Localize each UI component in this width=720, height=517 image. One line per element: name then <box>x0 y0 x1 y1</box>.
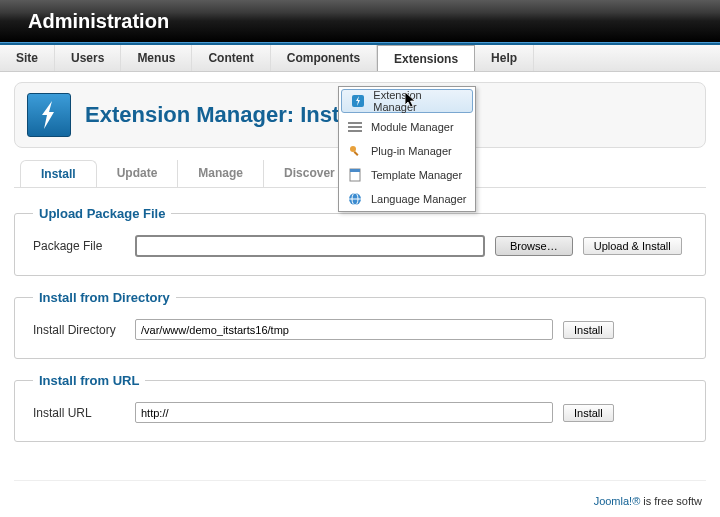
package-file-label: Package File <box>33 239 125 253</box>
extensions-dropdown: Extension Manager Module Manager Plug-in… <box>338 86 476 212</box>
footer: Joomla!® is free softw <box>14 480 706 511</box>
directory-fieldset: Install from Directory Install Directory… <box>14 290 706 359</box>
dropdown-template-manager[interactable]: Template Manager <box>339 163 475 187</box>
doc-icon <box>347 167 363 183</box>
url-legend: Install from URL <box>33 373 145 388</box>
svg-rect-2 <box>348 126 362 128</box>
svg-rect-3 <box>348 130 362 132</box>
dropdown-plugin-manager[interactable]: Plug-in Manager <box>339 139 475 163</box>
main-menubar: Site Users Menus Content Components Exte… <box>0 45 720 72</box>
svg-rect-7 <box>350 169 360 172</box>
install-url-input[interactable] <box>135 402 553 423</box>
tab-manage[interactable]: Manage <box>178 160 264 187</box>
dropdown-label: Plug-in Manager <box>371 145 452 157</box>
install-directory-input[interactable] <box>135 319 553 340</box>
upload-fieldset: Upload Package File Package File Browse…… <box>14 206 706 276</box>
install-directory-button[interactable]: Install <box>563 321 614 339</box>
directory-legend: Install from Directory <box>33 290 176 305</box>
dropdown-label: Language Manager <box>371 193 466 205</box>
dropdown-extension-manager[interactable]: Extension Manager <box>341 89 473 113</box>
menu-site[interactable]: Site <box>0 45 55 71</box>
dropdown-language-manager[interactable]: Language Manager <box>339 187 475 211</box>
menu-help[interactable]: Help <box>475 45 534 71</box>
install-url-button[interactable]: Install <box>563 404 614 422</box>
dropdown-module-manager[interactable]: Module Manager <box>339 115 475 139</box>
menu-menus[interactable]: Menus <box>121 45 192 71</box>
tab-update[interactable]: Update <box>97 160 179 187</box>
install-url-label: Install URL <box>33 406 125 420</box>
dropdown-label: Module Manager <box>371 121 454 133</box>
lines-icon <box>347 119 363 135</box>
pin-icon <box>347 143 363 159</box>
menu-users[interactable]: Users <box>55 45 121 71</box>
url-fieldset: Install from URL Install URL Install <box>14 373 706 442</box>
page-title: Extension Manager: Install <box>85 102 364 128</box>
admin-title: Administration <box>28 0 720 42</box>
dropdown-label: Template Manager <box>371 169 462 181</box>
tab-install[interactable]: Install <box>20 160 97 187</box>
browse-button[interactable]: Browse… <box>495 236 573 256</box>
install-directory-label: Install Directory <box>33 323 125 337</box>
menu-content[interactable]: Content <box>192 45 270 71</box>
admin-header: Administration <box>0 0 720 42</box>
menu-components[interactable]: Components <box>271 45 377 71</box>
upload-legend: Upload Package File <box>33 206 171 221</box>
package-file-input[interactable] <box>135 235 485 257</box>
footer-text: is free softw <box>640 495 702 507</box>
globe-icon <box>347 191 363 207</box>
joomla-link[interactable]: Joomla!® <box>594 495 641 507</box>
svg-rect-1 <box>348 122 362 124</box>
bolt-icon <box>27 93 71 137</box>
menu-extensions[interactable]: Extensions <box>377 45 475 71</box>
upload-install-button[interactable]: Upload & Install <box>583 237 682 255</box>
dropdown-label: Extension Manager <box>373 89 464 113</box>
bolt-icon <box>350 93 365 109</box>
svg-rect-5 <box>354 151 359 156</box>
